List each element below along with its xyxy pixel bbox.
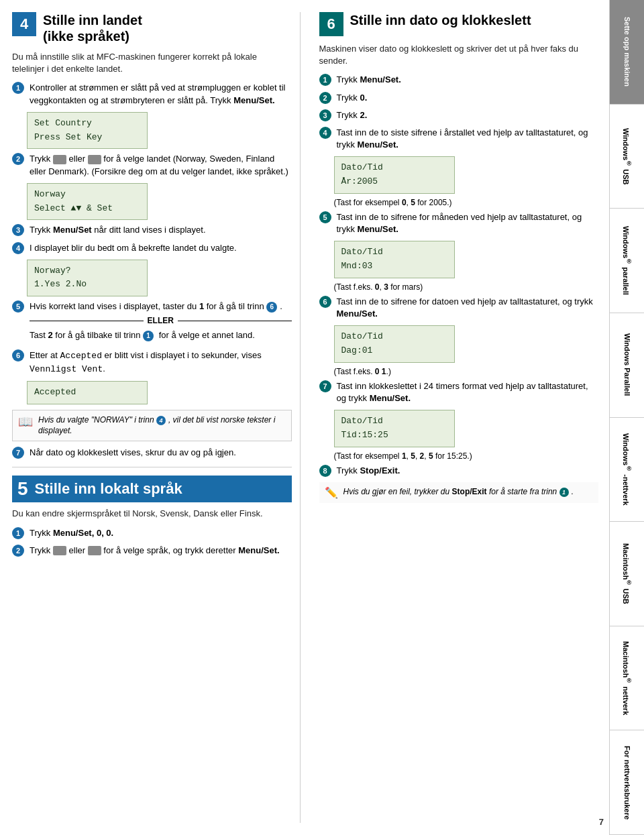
section4-step2: 2 Trykk eller for å velge landet (Norway… xyxy=(12,153,292,177)
section4-step1-lcd: Set CountryPress Set Key xyxy=(27,112,148,150)
step-circle-5: 5 xyxy=(12,300,24,313)
section6-header: 6 Stille inn dato og klokkeslett xyxy=(319,12,599,36)
section4-title-block: Stille inn landet (ikke språket) xyxy=(43,12,292,44)
section6-step5: 5 Tast inn de to sifrene for måneden ved… xyxy=(319,211,599,235)
sidebar-section-mac-usb: Macintosh® USB xyxy=(610,522,644,626)
section5-title: Stille inn lokalt språk xyxy=(35,480,182,498)
s6-step2-content: Trykk 0. xyxy=(337,92,599,104)
s6-step-circle-5: 5 xyxy=(319,211,331,223)
sidebar-label-network-users: For nettverksbrukere xyxy=(622,746,631,820)
section5-header: 5 Stille inn lokalt språk xyxy=(12,476,292,502)
section4-step6: 6 Etter at Accepted er blitt vist i disp… xyxy=(12,349,292,375)
step2-content: Trykk eller for å velge landet (Norway, … xyxy=(30,153,292,177)
step-circle-2: 2 xyxy=(12,153,24,165)
step5-tast: Tast 2 for å gå tilbake til trinn 1 for … xyxy=(30,329,292,341)
section6-step8: 8 Trykk Stop/Exit. xyxy=(319,465,599,477)
step5-content: Hvis korrekt land vises i displayet, tas… xyxy=(30,300,292,344)
s6-step-circle-1: 1 xyxy=(319,74,331,86)
section4-step6-lcd: Accepted xyxy=(27,381,148,404)
sidebar-label-setup: Sette opp maskinen xyxy=(622,17,631,87)
sidebar-section-mac-net: Macintosh® nettverk xyxy=(610,626,644,731)
s6-step-circle-4: 4 xyxy=(319,127,331,139)
step-circle-6: 6 xyxy=(12,349,24,361)
s6-step4-content: Tast inn de to siste sifrene i årstallet… xyxy=(337,127,599,151)
s6-step3-content: Trykk 2. xyxy=(337,109,599,121)
sidebar-section-win-net: Windows® -nettverk xyxy=(610,418,644,522)
section6-step7-note: (Tast for eksempel 1, 5, 2, 5 for 15:25.… xyxy=(334,451,599,461)
section6-step4: 4 Tast inn de to siste sifrene i årstall… xyxy=(319,127,599,151)
step1-content: Kontroller at strømmen er slått på ved a… xyxy=(30,82,292,106)
section6-step3: 3 Trykk 2. xyxy=(319,109,599,121)
section4-header: 4 Stille inn landet (ikke språket) xyxy=(12,12,292,44)
s5-step2-content: Trykk eller for å velge språk, og trykk … xyxy=(30,545,292,557)
s5-step1-content: Trykk Menu/Set, 0, 0. xyxy=(30,527,292,539)
s6-step5-content: Tast inn de to sifrene for måneden ved h… xyxy=(337,211,599,235)
s5-step-circle-1: 1 xyxy=(12,527,24,539)
sidebar-section-network-users: For nettverksbrukere xyxy=(610,730,644,835)
sidebar-section-setup: Sette opp maskinen xyxy=(610,0,644,105)
divider1 xyxy=(12,467,292,467)
step7-content: Når dato og klokkeslett vises, skrur du … xyxy=(30,447,292,459)
section6-step1: 1 Trykk Menu/Set. xyxy=(319,74,599,86)
s6-step-circle-3: 3 xyxy=(319,109,331,121)
s5-step-circle-2: 2 xyxy=(12,545,24,557)
s6-step8-content: Trykk Stop/Exit. xyxy=(337,465,599,477)
s6-step6-content: Tast inn de to sifrene for datoen ved hj… xyxy=(337,296,599,320)
s6-step7-content: Tast inn klokkeslettet i 24 timers forma… xyxy=(337,380,599,404)
s6-step-circle-8: 8 xyxy=(319,465,331,477)
section6-title: Stille inn dato og klokkeslett xyxy=(350,12,599,28)
sidebar-label-win-parallel: Windows® parallell xyxy=(621,226,633,295)
sidebar-label-win-net: Windows® -nettverk xyxy=(621,433,633,506)
section4-number: 4 xyxy=(12,12,36,36)
section6-step4-note: (Tast for eksempel 0, 5 for 2005.) xyxy=(334,198,599,207)
s6-step1-content: Trykk Menu/Set. xyxy=(337,74,599,86)
section6-step7-lcd: Dato/TidTid:15:25 xyxy=(334,410,455,447)
section4-title: Stille inn landet xyxy=(43,12,292,28)
section6-step4-lcd: Dato/TidÅr:2005 xyxy=(334,156,455,194)
s6-step-circle-7: 7 xyxy=(319,380,331,392)
sidebar-label-win-usb: Windows® USB xyxy=(621,128,633,184)
section4-step4: 4 I displayet blir du bedt om å bekrefte… xyxy=(12,242,292,254)
eller-divider: ELLER xyxy=(30,315,292,327)
section6-number: 6 xyxy=(319,12,343,36)
two-col: 4 Stille inn landet (ikke språket) Du må… xyxy=(12,12,598,823)
page-number: 7 xyxy=(599,817,604,827)
sidebar-section-win-usb: Windows® USB xyxy=(610,105,644,209)
main-content: 4 Stille inn landet (ikke språket) Du må… xyxy=(0,0,609,835)
step-circle-7: 7 xyxy=(12,447,24,459)
section6-step7: 7 Tast inn klokkeslettet i 24 timers for… xyxy=(319,380,599,404)
section6-step6-note: (Tast f.eks. 0 1.) xyxy=(334,367,599,376)
section4-intro: Du må innstille slik at MFC-maskinen fun… xyxy=(12,51,292,75)
section4-step5: 5 Hvis korrekt land vises i displayet, t… xyxy=(12,300,292,344)
step-circle-4: 4 xyxy=(12,242,24,254)
section4-step3: 3 Trykk Menu/Set når ditt land vises i d… xyxy=(12,224,292,236)
page-layout: 4 Stille inn landet (ikke språket) Du må… xyxy=(0,0,644,835)
section5-step2: 2 Trykk eller for å velge språk, og tryk… xyxy=(12,545,292,557)
book-icon: 📖 xyxy=(18,414,33,437)
section6-title-block: Stille inn dato og klokkeslett xyxy=(350,12,599,28)
sidebar-label-mac-usb: Macintosh® USB xyxy=(621,543,633,604)
section6-warn: ✏️ Hvis du gjør en feil, trykker du Stop… xyxy=(319,482,599,503)
sidebar-section-win-parallel2: Windows Parallell xyxy=(610,313,644,418)
step-circle-1: 1 xyxy=(12,82,24,94)
sidebar: Sette opp maskinen Windows® USB Windows®… xyxy=(609,0,644,835)
section5-intro: Du kan endre skjermspråket til Norsk, Sv… xyxy=(12,508,292,520)
s6-step-circle-6: 6 xyxy=(319,296,331,308)
section6-step6: 6 Tast inn de to sifrene for datoen ved … xyxy=(319,296,599,320)
section4-step2-lcd: NorwaySelect ▲▼ & Set xyxy=(27,183,148,221)
note-text: Hvis du valgte "NORWAY" i trinn 4, vil d… xyxy=(38,414,286,437)
section6-step2: 2 Trykk 0. xyxy=(319,92,599,104)
section4-subtitle: (ikke språket) xyxy=(43,28,292,44)
s6-step-circle-2: 2 xyxy=(319,92,331,104)
warn-text: Hvis du gjør en feil, trykker du Stop/Ex… xyxy=(343,486,574,499)
right-column: 6 Stille inn dato og klokkeslett Maskine… xyxy=(317,12,599,823)
step3-content: Trykk Menu/Set når ditt land vises i dis… xyxy=(30,224,292,236)
section6-step5-lcd: Dato/TidMnd:03 xyxy=(334,241,455,278)
section6-intro: Maskinen viser dato og klokkeslett og sk… xyxy=(319,43,599,67)
step-circle-3: 3 xyxy=(12,224,24,236)
step4-content: I displayet blir du bedt om å bekrefte l… xyxy=(30,242,292,254)
section4-note: 📖 Hvis du valgte "NORWAY" i trinn 4, vil… xyxy=(12,410,292,442)
section6-step6-lcd: Dato/TidDag:01 xyxy=(334,325,455,363)
sidebar-label-win-parallel2: Windows Parallell xyxy=(622,333,631,396)
section6-step5-note: (Tast f.eks. 0, 3 for mars) xyxy=(334,282,599,292)
